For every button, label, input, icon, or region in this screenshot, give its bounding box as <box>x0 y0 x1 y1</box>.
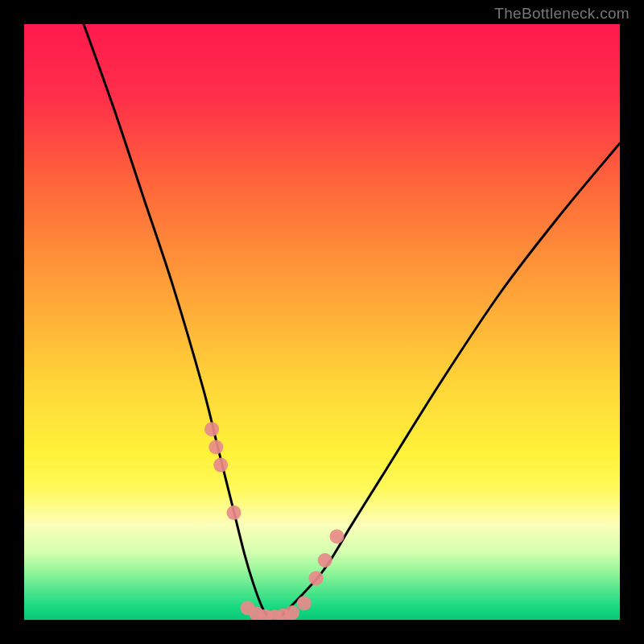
marker-dot <box>330 529 345 543</box>
outer-frame: TheBottleneck.com <box>0 0 644 644</box>
plot-area <box>24 24 620 620</box>
marker-dot <box>204 422 219 436</box>
marker-dot <box>208 440 223 454</box>
marker-dot <box>309 571 324 585</box>
marker-dot <box>318 553 332 568</box>
marker-dot <box>285 605 299 620</box>
chart-svg <box>24 24 620 620</box>
marker-dot <box>297 596 312 610</box>
gradient-background <box>24 24 620 620</box>
marker-dot <box>226 506 241 520</box>
marker-dot <box>213 458 228 473</box>
watermark-text: TheBottleneck.com <box>494 5 630 23</box>
